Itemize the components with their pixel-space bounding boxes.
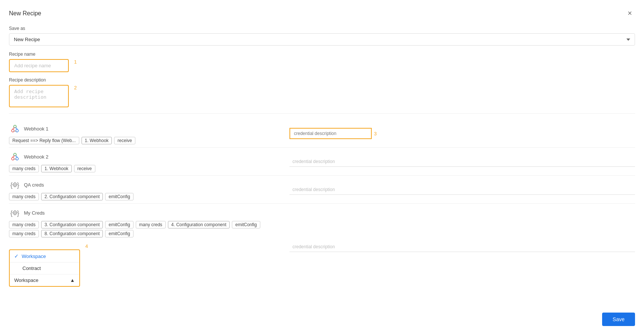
svg-text:{: { bbox=[10, 209, 12, 217]
step-right-qa-creds bbox=[282, 179, 635, 200]
step-left-qa-creds: { } QA creds many creds 2. Configuration… bbox=[9, 179, 282, 200]
dropdown-item-workspace[interactable]: ✓ Workspace bbox=[10, 250, 79, 262]
step-header-qa-creds: { } QA creds bbox=[9, 179, 282, 191]
recipe-desc-row: 2 bbox=[9, 85, 635, 107]
save-as-select[interactable]: New Recipe bbox=[9, 33, 635, 46]
tag-qa-1: 2. Configuration component bbox=[41, 193, 103, 200]
recipe-desc-textarea[interactable] bbox=[9, 85, 69, 107]
step-header-webhook1: Webhook 1 bbox=[9, 123, 282, 135]
tag-webhook2-1: 1. Webhook bbox=[41, 165, 72, 172]
tag-my-8: emitConfig bbox=[105, 230, 133, 237]
checkmark-icon: ✓ bbox=[14, 253, 19, 259]
recipe-name-section: Recipe name 1 bbox=[9, 52, 635, 72]
tag-my-7: 8. Configuration component bbox=[41, 230, 103, 237]
step-left-webhook2: Webhook 2 many creds 1. Webhook receive bbox=[9, 151, 282, 172]
svg-point-7 bbox=[13, 183, 17, 187]
step-right-webhook2 bbox=[282, 151, 635, 172]
step-row-webhook2: Webhook 2 many creds 1. Webhook receive bbox=[9, 148, 635, 176]
workspace-dropdown[interactable]: ✓ Workspace Contract Workspace ▲ bbox=[9, 249, 80, 287]
svg-point-1 bbox=[16, 129, 18, 132]
save-button[interactable]: Save bbox=[602, 313, 635, 326]
svg-text:}: } bbox=[17, 181, 19, 189]
dropdown-workspace-label: Workspace bbox=[22, 253, 46, 259]
dropdown-trigger[interactable]: Workspace ▲ bbox=[10, 274, 79, 286]
step-body-my-creds-row1: many creds 3. Configuration component em… bbox=[9, 221, 282, 228]
tag-webhook1-1: 1. Webhook bbox=[82, 137, 112, 144]
svg-point-2 bbox=[14, 125, 16, 128]
step-title-qa-creds: QA creds bbox=[24, 182, 44, 188]
svg-text:}: } bbox=[17, 209, 19, 217]
svg-point-4 bbox=[16, 157, 18, 160]
svg-point-0 bbox=[12, 129, 14, 132]
modal-header: New Recipe × bbox=[9, 7, 635, 19]
webhook1-icon bbox=[9, 123, 21, 135]
recipe-desc-label: Recipe description bbox=[9, 77, 635, 83]
step-body-qa-creds: many creds 2. Configuration component em… bbox=[9, 193, 282, 200]
recipe-name-step-num: 1 bbox=[74, 59, 77, 65]
step-row-qa-creds: { } QA creds many creds 2. Configuration… bbox=[9, 176, 635, 204]
tag-my-3: many creds bbox=[136, 221, 166, 228]
step-title-my-creds: My Creds bbox=[24, 210, 45, 216]
svg-point-8 bbox=[14, 184, 16, 185]
my-creds-icon: { } bbox=[9, 207, 21, 219]
save-as-label: Save as bbox=[9, 26, 635, 31]
tag-my-6: many creds bbox=[9, 230, 39, 237]
cred-input-webhook1[interactable] bbox=[289, 128, 372, 139]
cred-input-webhook2[interactable] bbox=[289, 157, 635, 167]
recipe-name-input[interactable] bbox=[9, 59, 69, 72]
svg-point-3 bbox=[12, 157, 14, 160]
svg-point-16 bbox=[14, 212, 16, 213]
modal-title: New Recipe bbox=[9, 10, 41, 17]
tag-my-5: emitConfig bbox=[232, 221, 260, 228]
step-title-webhook1: Webhook 1 bbox=[24, 126, 49, 132]
dropdown-arrow-icon: ▲ bbox=[70, 277, 75, 283]
tag-qa-2: emitConfig bbox=[105, 193, 133, 200]
svg-text:{: { bbox=[10, 181, 12, 189]
tag-webhook1-0: Request ==> Reply flow (Web... bbox=[9, 137, 79, 144]
tag-my-4: 4. Configuration component bbox=[168, 221, 230, 228]
step-row-webhook1: Webhook 1 Request ==> Reply flow (Web...… bbox=[9, 120, 635, 148]
step-right-webhook1: 3 bbox=[282, 123, 635, 144]
tag-qa-0: many creds bbox=[9, 193, 39, 200]
cred-input-my-creds[interactable] bbox=[289, 242, 635, 252]
webhook2-icon bbox=[9, 151, 21, 163]
tag-webhook2-0: many creds bbox=[9, 165, 39, 172]
tag-webhook1-2: receive bbox=[114, 137, 135, 144]
svg-point-15 bbox=[13, 211, 17, 215]
step-left-webhook1: Webhook 1 Request ==> Reply flow (Web...… bbox=[9, 123, 282, 144]
recipe-description-section: Recipe description 2 bbox=[9, 77, 635, 107]
recipe-name-row: 1 bbox=[9, 59, 635, 72]
step-left-my-creds: { } My Creds many creds 3. Configuration… bbox=[9, 207, 282, 287]
step-body-webhook1: Request ==> Reply flow (Web... 1. Webhoo… bbox=[9, 137, 282, 144]
step-header-my-creds: { } My Creds bbox=[9, 207, 282, 219]
tag-my-1: 3. Configuration component bbox=[41, 221, 103, 228]
save-as-section: Save as New Recipe bbox=[9, 26, 635, 46]
dropdown-contract-label: Contract bbox=[22, 265, 41, 271]
cred-step-num-webhook1: 3 bbox=[374, 131, 377, 136]
dropdown-step-num: 4 bbox=[85, 243, 88, 249]
step-body-my-creds-row2: many creds 8. Configuration component em… bbox=[9, 230, 282, 237]
tag-webhook2-2: receive bbox=[74, 165, 95, 172]
svg-point-5 bbox=[14, 153, 16, 156]
cred-input-qa-creds[interactable] bbox=[289, 185, 635, 195]
recipe-name-label: Recipe name bbox=[9, 52, 635, 57]
qa-creds-icon: { } bbox=[9, 179, 21, 191]
recipe-desc-step-num: 2 bbox=[74, 85, 77, 90]
step-right-my-creds bbox=[282, 207, 635, 287]
tag-my-2: emitConfig bbox=[105, 221, 133, 228]
step-row-my-creds: { } My Creds many creds 3. Configuration… bbox=[9, 204, 635, 290]
step-body-webhook2: many creds 1. Webhook receive bbox=[9, 165, 282, 172]
dropdown-trigger-label: Workspace bbox=[14, 277, 39, 283]
close-button[interactable]: × bbox=[625, 7, 635, 19]
step-header-webhook2: Webhook 2 bbox=[9, 151, 282, 163]
dropdown-item-contract[interactable]: Contract bbox=[10, 262, 79, 274]
tag-my-0: many creds bbox=[9, 221, 39, 228]
modal-container: New Recipe × Save as New Recipe Recipe n… bbox=[0, 0, 644, 335]
step-title-webhook2: Webhook 2 bbox=[24, 154, 49, 160]
